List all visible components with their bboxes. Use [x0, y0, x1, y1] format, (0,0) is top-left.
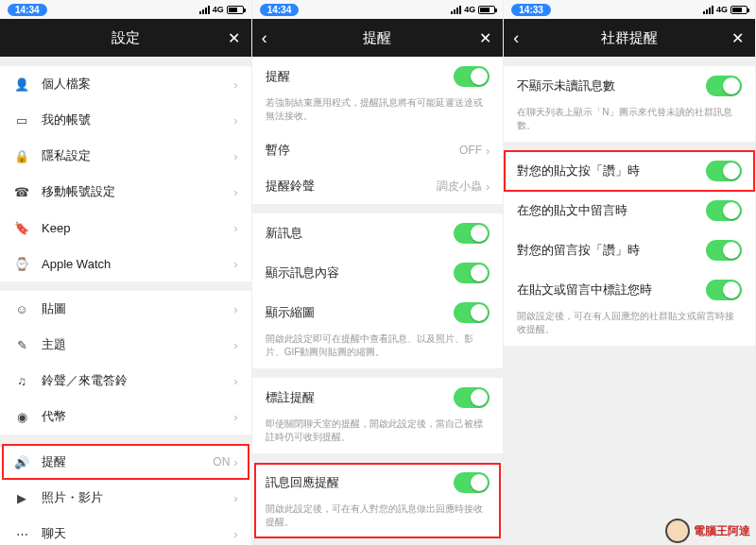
- row-applewatch[interactable]: ⌚Apple Watch›: [0, 246, 251, 281]
- status-time: 14:34: [260, 4, 300, 16]
- subtext: 開啟此設定後，可在有人對您的訊息做出回應時接收提醒。: [252, 502, 504, 538]
- lock-icon: 🔒: [13, 149, 30, 163]
- settings-list[interactable]: 👤個人檔案› ▭我的帳號› 🔒隱私設定› ☎移動帳號設定› 🔖Keep› ⌚Ap…: [0, 57, 251, 545]
- chevron-right-icon: ›: [233, 338, 237, 352]
- battery-icon: [478, 6, 495, 14]
- battery-icon: [227, 6, 244, 14]
- row-notify-master[interactable]: 提醒: [252, 57, 504, 96]
- close-icon[interactable]: ✕: [731, 29, 744, 47]
- id-icon: ▭: [13, 113, 30, 128]
- status-bar: 14:33 4G: [504, 0, 755, 19]
- watermark: 電腦王阿達: [665, 519, 750, 543]
- row-sound[interactable]: 提醒鈴聲調皮小蟲›: [252, 168, 504, 204]
- toggle[interactable]: [706, 76, 742, 96]
- chevron-right-icon: ›: [486, 179, 490, 194]
- community-list[interactable]: 不顯示未讀訊息數 在聊天列表上顯示「N」圖示來代替未讀的社群訊息數。 對您的貼文…: [504, 57, 755, 545]
- chevron-right-icon: ›: [233, 491, 237, 505]
- chat-icon: ⋯: [13, 527, 30, 541]
- row-mention[interactable]: 標註提醒: [252, 378, 504, 417]
- status-indicators: 4G: [199, 5, 244, 14]
- row-coin[interactable]: ◉代幣›: [0, 399, 251, 434]
- row-stickers[interactable]: ☺貼圖›: [0, 291, 251, 327]
- battery-icon: [730, 6, 747, 14]
- subtext: 即使關閉聊天室的提醒，開啟此設定後，當自己被標註時仍可收到提醒。: [252, 417, 504, 453]
- phone-community: 14:33 4G ‹ 社群提醒 ✕ 不顯示未讀訊息數 在聊天列表上顯示「N」圖示…: [504, 0, 756, 545]
- status-time: 14:34: [8, 4, 47, 16]
- nav-bar: 設定 ✕: [0, 19, 251, 57]
- row-account[interactable]: ▭我的帳號›: [0, 102, 251, 138]
- toggle[interactable]: [454, 223, 490, 244]
- row-post-like[interactable]: 對您的貼文按「讚」時: [504, 151, 755, 191]
- coin-icon: ◉: [13, 410, 30, 424]
- row-showthumb[interactable]: 顯示縮圖: [252, 293, 504, 332]
- chevron-right-icon: ›: [233, 113, 237, 128]
- row-tag[interactable]: 在貼文或留言中標註您時: [504, 270, 755, 310]
- status-time: 14:33: [511, 4, 551, 16]
- nav-title: 提醒: [363, 29, 391, 47]
- row-notifications[interactable]: 🔊提醒ON›: [0, 444, 251, 480]
- row-showcontent[interactable]: 顯示訊息內容: [252, 253, 504, 293]
- network-label: 4G: [464, 5, 475, 14]
- transfer-icon: ☎: [13, 185, 30, 199]
- row-move-account[interactable]: ☎移動帳號設定›: [0, 174, 251, 210]
- nav-bar: ‹ 社群提醒 ✕: [504, 19, 755, 57]
- nav-title: 社群提醒: [601, 29, 658, 47]
- toggle[interactable]: [454, 302, 490, 323]
- watch-icon: ⌚: [13, 257, 30, 271]
- row-hide-unread[interactable]: 不顯示未讀訊息數: [504, 66, 755, 106]
- close-icon[interactable]: ✕: [479, 29, 491, 47]
- back-icon[interactable]: ‹: [262, 28, 267, 48]
- chevron-right-icon: ›: [233, 149, 237, 163]
- signal-icon: [451, 6, 461, 14]
- toggle[interactable]: [706, 240, 742, 261]
- toggle[interactable]: [706, 161, 742, 181]
- back-icon[interactable]: ‹: [513, 28, 519, 48]
- toggle[interactable]: [454, 66, 490, 87]
- row-chat[interactable]: ⋯聊天›: [0, 516, 251, 545]
- subtext: 若強制結束應用程式，提醒訊息將有可能延遲送達或無法接收。: [252, 96, 504, 132]
- notification-list[interactable]: 提醒 若強制結束應用程式，提醒訊息將有可能延遲送達或無法接收。 暫停OFF› 提…: [252, 57, 504, 545]
- row-keep[interactable]: 🔖Keep›: [0, 210, 251, 246]
- toggle[interactable]: [454, 387, 490, 408]
- row-profile[interactable]: 👤個人檔案›: [0, 66, 251, 102]
- chevron-right-icon: ›: [233, 302, 237, 316]
- toggle[interactable]: [706, 200, 742, 221]
- status-bar: 14:34 4G: [252, 0, 504, 19]
- mascot-icon: [665, 519, 690, 543]
- toggle[interactable]: [706, 280, 742, 300]
- nav-title: 設定: [112, 29, 140, 47]
- row-post-comment[interactable]: 在您的貼文中留言時: [504, 191, 755, 230]
- status-indicators: 4G: [451, 5, 495, 14]
- network-label: 4G: [716, 5, 728, 14]
- close-icon[interactable]: ✕: [228, 29, 240, 47]
- phone-notifications: 14:34 4G ‹ 提醒 ✕ 提醒 若強制結束應用程式，提醒訊息將有可能延遲送…: [252, 0, 505, 545]
- chevron-right-icon: ›: [233, 77, 237, 92]
- speaker-icon: 🔊: [13, 455, 30, 469]
- chevron-right-icon: ›: [233, 257, 237, 271]
- row-ringtone[interactable]: ♫鈴聲／來電答鈴›: [0, 363, 251, 399]
- play-icon: ▶: [13, 491, 30, 505]
- chevron-right-icon: ›: [233, 410, 237, 424]
- brush-icon: ✎: [13, 338, 30, 352]
- bookmark-icon: 🔖: [13, 221, 30, 235]
- person-icon: 👤: [13, 77, 30, 92]
- row-theme[interactable]: ✎主題›: [0, 327, 251, 363]
- row-privacy[interactable]: 🔒隱私設定›: [0, 138, 251, 174]
- chevron-right-icon: ›: [233, 455, 237, 469]
- status-bar: 14:34 4G: [0, 0, 251, 19]
- chevron-right-icon: ›: [233, 374, 237, 388]
- watermark-text: 電腦王阿達: [694, 523, 750, 539]
- toggle[interactable]: [454, 472, 490, 493]
- row-reaction[interactable]: 訊息回應提醒: [252, 463, 504, 502]
- phone-settings: 14:34 4G 設定 ✕ 👤個人檔案› ▭我的帳號› 🔒隱私設定› ☎移動帳號…: [0, 0, 252, 545]
- chevron-right-icon: ›: [233, 527, 237, 541]
- row-newmsg[interactable]: 新訊息: [252, 213, 504, 253]
- signal-icon: [199, 6, 210, 14]
- subtext: 開啟設定後，可在有人回應您的社群貼文或留言時接收提醒。: [504, 310, 755, 346]
- signal-icon: [703, 6, 713, 14]
- row-comment-like[interactable]: 對您的留言按「讚」時: [504, 230, 755, 270]
- row-photos[interactable]: ▶照片・影片›: [0, 480, 251, 516]
- toggle[interactable]: [454, 263, 490, 283]
- row-pause[interactable]: 暫停OFF›: [252, 132, 504, 168]
- smile-icon: ☺: [13, 302, 30, 316]
